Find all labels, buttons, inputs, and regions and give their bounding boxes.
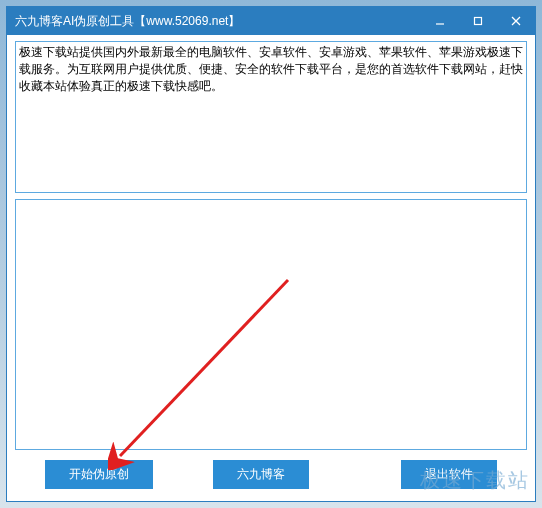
window-title: 六九博客AI伪原创工具【www.52069.net】 (15, 13, 240, 30)
titlebar: 六九博客AI伪原创工具【www.52069.net】 (7, 7, 535, 35)
minimize-icon (434, 15, 446, 27)
start-button[interactable]: 开始伪原创 (45, 460, 153, 489)
input-textarea[interactable] (15, 41, 527, 193)
button-row: 开始伪原创 六九博客 退出软件 (15, 456, 527, 495)
titlebar-buttons (421, 7, 535, 35)
minimize-button[interactable] (421, 7, 459, 35)
app-window: 六九博客AI伪原创工具【www.52069.net】 (6, 6, 536, 502)
content-area: 开始伪原创 六九博客 退出软件 (7, 35, 535, 501)
svg-rect-1 (475, 18, 482, 25)
exit-button[interactable]: 退出软件 (401, 460, 497, 489)
close-icon (510, 15, 522, 27)
maximize-icon (472, 15, 484, 27)
maximize-button[interactable] (459, 7, 497, 35)
output-textarea[interactable] (15, 199, 527, 450)
blog-button[interactable]: 六九博客 (213, 460, 309, 489)
close-button[interactable] (497, 7, 535, 35)
